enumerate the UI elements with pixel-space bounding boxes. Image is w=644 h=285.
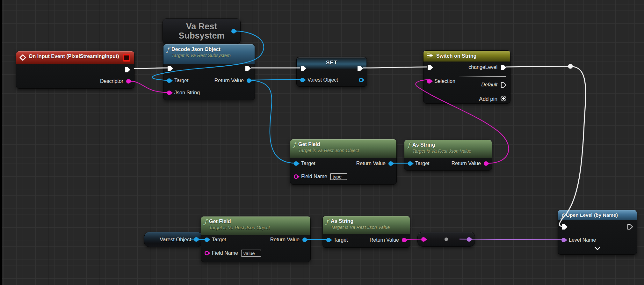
getter-title-line2: Subsystem — [178, 31, 224, 41]
expand-chevron-icon[interactable] — [595, 246, 600, 252]
field-name-row: Field Name — [201, 248, 265, 258]
pin-separator — [459, 76, 506, 77]
subsystem-out-pin[interactable] — [231, 29, 236, 33]
pin-label-field-name: Field Name — [301, 174, 327, 179]
pin-label-target: Target — [415, 161, 429, 166]
node-title: Open Level (by Name) — [566, 212, 618, 218]
wire-getter-to-get-field-value[interactable] — [190, 239, 208, 239]
node-subtitle: Target is Va Rest Json Value — [331, 224, 390, 230]
pin-label-target: Target — [334, 237, 348, 243]
return-value-row: Return Value — [211, 76, 255, 85]
add-pin-row[interactable]: Add pin — [475, 94, 510, 104]
pin-label-level-name: Level Name — [569, 237, 596, 243]
pin-label-return-value: Return Value — [214, 78, 244, 84]
node-header: On Input Event (PixelStreamingInput) — [16, 51, 134, 64]
exec-in-pin[interactable] — [427, 64, 433, 70]
pin-label-field-name: Field Name — [212, 250, 238, 256]
function-f-icon: ƒ — [293, 142, 296, 148]
pin-label-target: Target — [174, 78, 188, 84]
target-pin[interactable] — [326, 238, 331, 242]
varest-object-in-row: Varest Object — [297, 75, 342, 85]
field-name-input[interactable] — [330, 173, 347, 180]
return-value-row: Return Value — [366, 235, 410, 245]
node-on-input-event[interactable]: On Input Event (PixelStreamingInput) Des… — [16, 51, 134, 89]
node-subtitle: Target is Va Rest Subsystem — [171, 53, 231, 58]
exec-out-pin[interactable] — [124, 67, 131, 73]
pin-label-return-value: Return Value — [370, 237, 399, 243]
exec-in-pin[interactable] — [300, 65, 307, 71]
selection-row: Selection — [423, 77, 459, 86]
add-pin-icon[interactable] — [500, 95, 507, 103]
json-string-row: Json String — [163, 88, 203, 98]
wire-exec-event-to-decode[interactable] — [134, 68, 168, 69]
pin-label-selection: Selection — [434, 78, 455, 84]
pin-label-return-value: Return Value — [270, 237, 300, 243]
getter-title-line1: Va Rest — [186, 22, 217, 32]
blueprint-graph-canvas[interactable]: On Input Event (PixelStreamingInput) Des… — [0, 0, 644, 285]
function-f-icon: ƒ — [167, 47, 169, 53]
function-f-icon: ƒ — [326, 218, 328, 224]
exec-in-pin[interactable] — [167, 65, 173, 71]
node-header: ƒ As String Target is Va Rest Json Value — [323, 216, 410, 234]
node-subtitle: Target is Va Rest Json Value — [412, 148, 471, 154]
descriptor-row: Descriptor — [97, 77, 134, 86]
wire-return-value-to-set-input[interactable] — [251, 79, 300, 80]
varest-object-out-row — [355, 75, 367, 85]
node-title: On Input Event (PixelStreamingInput) — [29, 53, 119, 60]
return-value-pin[interactable] — [247, 78, 251, 83]
node-title: As String — [412, 142, 471, 148]
event-diamond-icon — [19, 54, 26, 62]
wire-conversion-to-level-name[interactable] — [459, 239, 564, 240]
node-get-field-value[interactable]: ƒ Get Field Target is Va Rest Json Objec… — [201, 216, 311, 262]
exec-out-pin[interactable] — [357, 65, 363, 71]
delegate-box-icon[interactable] — [123, 54, 130, 62]
panel-left-edge — [0, 0, 2, 285]
field-name-row: Field Name — [290, 172, 351, 181]
target-pin[interactable] — [167, 78, 171, 83]
return-value-pin[interactable] — [302, 238, 307, 242]
default-row: Default — [478, 80, 510, 90]
field-name-input[interactable] — [241, 250, 261, 257]
node-title: As String — [331, 218, 390, 224]
varest-object-out-pin[interactable] — [359, 78, 363, 82]
node-title: Get Field — [298, 141, 359, 148]
exec-out-row — [623, 222, 637, 231]
wire-as-string-to-conversion[interactable] — [402, 239, 426, 239]
node-decode-json-object[interactable]: ƒ Decode Json Object Target is Va Rest S… — [163, 44, 255, 100]
target-row: Target — [163, 76, 192, 85]
varest-object-in-pin[interactable] — [300, 78, 305, 82]
field-name-pin[interactable] — [205, 251, 209, 255]
wire-exec-changelevel-to-knot[interactable] — [506, 66, 569, 67]
node-get-field-type[interactable]: ƒ Get Field Target is Va Rest Json Objec… — [290, 139, 397, 185]
node-as-string-bottom[interactable]: ƒ As String Target is Va Rest Json Value… — [322, 216, 410, 248]
return-value-pin[interactable] — [402, 238, 406, 242]
exec-out-pin[interactable] — [245, 65, 251, 71]
change-level-exec-pin[interactable] — [500, 64, 507, 70]
pin-label-target: Target — [212, 237, 226, 243]
wire-return-value-to-get-field-type[interactable] — [251, 80, 295, 163]
node-va-rest-subsystem[interactable]: Va Rest Subsystem — [163, 18, 241, 44]
default-exec-pin[interactable] — [500, 82, 507, 88]
json-string-pin[interactable] — [167, 91, 171, 95]
wire-exec-knot-to-open-level[interactable] — [560, 67, 586, 226]
node-switch-on-string[interactable]: Switch on String changeLevel Selection D… — [423, 50, 510, 104]
field-name-pin[interactable] — [294, 174, 298, 179]
exec-out-pin[interactable] — [627, 224, 633, 230]
pin-label-descriptor: Descriptor — [100, 78, 123, 84]
node-subtitle: Target is Va Rest Json Object — [298, 148, 359, 153]
pin-label-return-value: Return Value — [452, 161, 481, 166]
level-name-row: Level Name — [558, 235, 599, 245]
node-header: ƒ Get Field Target is Va Rest Json Objec… — [201, 216, 310, 235]
node-open-level[interactable]: ƒ Open Level (by Name) Level Name — [558, 210, 637, 255]
node-as-string-top[interactable]: ƒ As String Target is Va Rest Json Value… — [404, 140, 492, 171]
node-set-varest-object[interactable]: SET Varest Object — [296, 57, 367, 87]
node-header: Switch on String — [423, 51, 510, 62]
pin-label-varest-object: Varest Object — [308, 77, 338, 83]
function-f-icon: ƒ — [204, 219, 206, 225]
wire-descriptor-to-json-string[interactable] — [130, 81, 168, 92]
node-title: Switch on String — [436, 53, 476, 59]
wire-exec-set-to-switch[interactable] — [363, 67, 427, 68]
change-level-row: changeLevel — [465, 62, 510, 72]
exec-out-row — [121, 65, 134, 74]
return-value-pin[interactable] — [388, 161, 393, 166]
